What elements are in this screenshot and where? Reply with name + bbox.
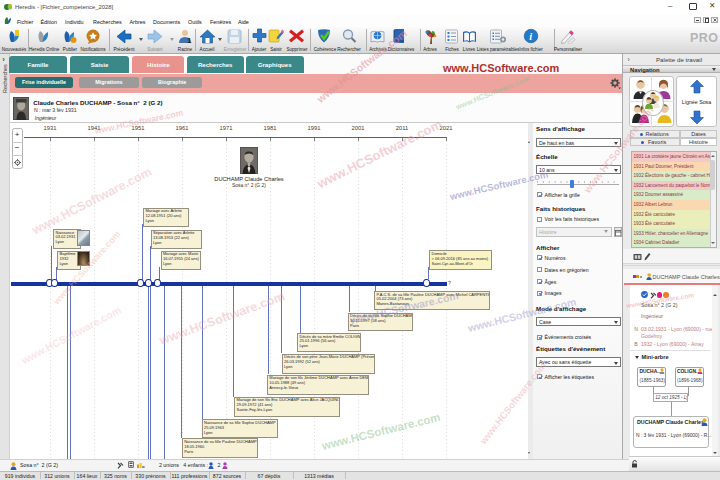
svg-text:1: 1 — [187, 36, 192, 44]
svg-text:i: i — [529, 31, 532, 42]
